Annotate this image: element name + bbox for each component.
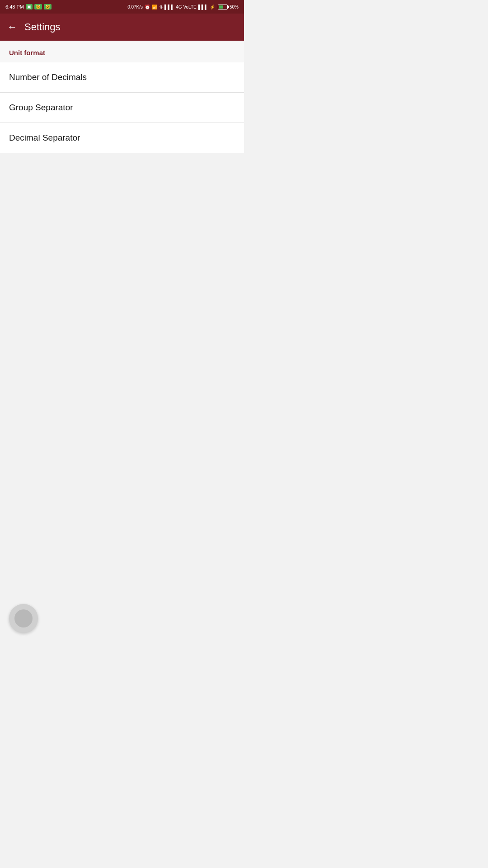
battery-icon [218, 5, 228, 9]
notification-icon-1: ▣ [26, 4, 33, 9]
settings-content: Unit format Number of Decimals Group Sep… [0, 41, 244, 153]
decimal-separator-item[interactable]: Decimal Separator [0, 123, 244, 153]
group-separator-label: Group Separator [9, 103, 73, 112]
unit-format-label: Unit format [9, 49, 45, 57]
status-right: 0.07K/s ⏰ 📶 ⇅ ▌▌▌ 4G VoLTE ▌▌▌ ⚡ 50% [127, 5, 239, 9]
notification-icon-2: 🐱 [34, 4, 42, 9]
number-of-decimals-item[interactable]: Number of Decimals [0, 62, 244, 93]
signal-icon: ▌▌▌ [164, 5, 174, 9]
battery-percent: 50% [230, 5, 239, 9]
network-speed: 0.07K/s [127, 5, 143, 9]
alarm-icon: ⏰ [145, 5, 150, 9]
status-time: 6:48 PM [5, 4, 24, 9]
section-unit-format-header: Unit format [0, 41, 244, 62]
4g-volte-label: 4G VoLTE [176, 5, 196, 9]
arrows-icon: ⇅ [159, 5, 163, 9]
group-separator-item[interactable]: Group Separator [0, 93, 244, 123]
wifi-icon: 📶 [152, 5, 157, 9]
number-of-decimals-label: Number of Decimals [9, 72, 87, 82]
status-left: 6:48 PM ▣ 🐱 🐱 [5, 4, 52, 9]
page-title: Settings [24, 21, 61, 33]
app-bar: ← Settings [0, 14, 244, 41]
back-button[interactable]: ← [7, 21, 17, 33]
lightning-icon: ⚡ [210, 5, 215, 9]
decimal-separator-label: Decimal Separator [9, 133, 80, 142]
notification-icon-3: 🐱 [44, 4, 52, 9]
status-bar: 6:48 PM ▣ 🐱 🐱 0.07K/s ⏰ 📶 ⇅ ▌▌▌ 4G VoLTE… [0, 0, 244, 14]
signal-icon-2: ▌▌▌ [198, 5, 208, 9]
